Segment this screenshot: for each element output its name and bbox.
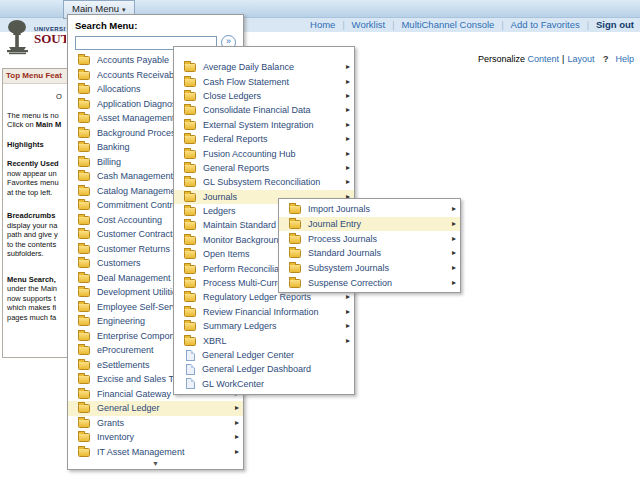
sign-out-link[interactable]: Sign out bbox=[596, 19, 634, 30]
menu-item-label: Banking bbox=[97, 142, 130, 152]
folder-icon bbox=[184, 279, 196, 288]
menu-item-summary-ledgers[interactable]: Summary Ledgers▸ bbox=[174, 319, 354, 333]
menu-item-label: Federal Reports bbox=[203, 134, 268, 144]
nav-separator: | bbox=[392, 20, 394, 30]
menu-item-label: Open Items bbox=[203, 249, 250, 259]
folder-icon bbox=[184, 207, 196, 216]
menu-item-process-journals[interactable]: Process Journals▸ bbox=[279, 231, 460, 246]
nav-separator: | bbox=[501, 20, 503, 30]
menu-item-close-ledgers[interactable]: Close Ledgers▸ bbox=[174, 89, 354, 103]
menu-item-label: Journal Entry bbox=[308, 219, 361, 229]
menu-item-label: Customer Returns bbox=[97, 244, 170, 254]
menu-item-label: Regulatory Ledger Reports bbox=[203, 292, 311, 302]
folder-icon bbox=[184, 92, 196, 101]
personalize-layout-link[interactable]: Layout bbox=[567, 54, 594, 64]
folder-icon bbox=[184, 250, 196, 259]
menu-item-subsystem-journals[interactable]: Subsystem Journals▸ bbox=[279, 261, 460, 276]
menu-item-standard-journals[interactable]: Standard Journals▸ bbox=[279, 246, 460, 261]
submenu-arrow-icon: ▸ bbox=[346, 106, 350, 115]
palmetto-tree-icon bbox=[4, 19, 31, 55]
folder-icon bbox=[78, 390, 90, 399]
menu-item-label: Suspense Correction bbox=[308, 278, 392, 288]
nav-multichannel-link[interactable]: MultiChannel Console bbox=[401, 19, 494, 30]
menu-item-general-reports[interactable]: General Reports▸ bbox=[174, 161, 354, 175]
submenu-arrow-icon: ▸ bbox=[346, 307, 350, 316]
submenu-arrow-icon: ▸ bbox=[235, 418, 239, 427]
submenu-arrow-icon: ▸ bbox=[346, 336, 350, 345]
submenu-arrow-icon: ▸ bbox=[346, 322, 350, 331]
folder-icon bbox=[184, 164, 196, 173]
folder-icon bbox=[184, 150, 196, 159]
folder-icon bbox=[78, 114, 90, 123]
menu-item-gl-workcenter[interactable]: GL WorkCenter bbox=[174, 377, 354, 391]
menu-item-general-ledger-dashboard[interactable]: General Ledger Dashboard bbox=[174, 362, 354, 376]
journals-submenu: Import Journals▸Journal Entry▸Process Jo… bbox=[278, 198, 461, 293]
nav-home-link[interactable]: Home bbox=[310, 19, 335, 30]
menu-item-federal-reports[interactable]: Federal Reports▸ bbox=[174, 132, 354, 146]
menu-item-gl-subsystem-reconciliation[interactable]: GL Subsystem Reconciliation▸ bbox=[174, 175, 354, 189]
menu-item-label: eSettlements bbox=[97, 360, 150, 370]
menu-item-external-system-integration[interactable]: External System Integration▸ bbox=[174, 118, 354, 132]
submenu-arrow-icon: ▸ bbox=[452, 234, 456, 243]
folder-icon bbox=[78, 274, 90, 283]
menu-item-label: Inventory bbox=[97, 432, 134, 442]
folder-icon bbox=[78, 100, 90, 109]
personalize-content-link[interactable]: Content bbox=[528, 54, 560, 64]
menu-item-label: IT Asset Management bbox=[97, 447, 184, 457]
folder-icon bbox=[184, 236, 196, 245]
menu-item-import-journals[interactable]: Import Journals▸ bbox=[279, 202, 460, 217]
folder-icon bbox=[78, 404, 90, 413]
folder-icon bbox=[78, 187, 90, 196]
menu-item-general-ledger[interactable]: General Ledger▸ bbox=[68, 401, 243, 416]
menu-item-xbrl[interactable]: XBRL▸ bbox=[174, 333, 354, 347]
menu-item-grants[interactable]: Grants▸ bbox=[68, 416, 243, 431]
submenu-arrow-icon: ▸ bbox=[346, 149, 350, 158]
menu-item-general-ledger-center[interactable]: General Ledger Center bbox=[174, 348, 354, 362]
menu-item-label: External System Integration bbox=[203, 120, 314, 130]
folder-icon bbox=[78, 56, 90, 65]
menu-item-fusion-accounting-hub[interactable]: Fusion Accounting Hub▸ bbox=[174, 146, 354, 160]
menu-item-cash-flow-statement[interactable]: Cash Flow Statement▸ bbox=[174, 74, 354, 88]
menu-item-label: General Ledger Center bbox=[202, 350, 294, 360]
nav-worklist-link[interactable]: Worklist bbox=[352, 19, 386, 30]
personalize-bar: Personalize Content|Layout bbox=[478, 54, 594, 64]
main-menu-label: Main Menu bbox=[72, 3, 119, 14]
menu-item-label: Development Utilities bbox=[97, 287, 182, 297]
menu-item-consolidate-financial-data[interactable]: Consolidate Financial Data▸ bbox=[174, 103, 354, 117]
folder-icon bbox=[78, 419, 90, 428]
help-icon[interactable]: ? bbox=[603, 54, 609, 64]
menu-item-inventory[interactable]: Inventory▸ bbox=[68, 430, 243, 445]
folder-icon bbox=[289, 235, 301, 244]
nav-add-to-favorites-link[interactable]: Add to Favorites bbox=[511, 19, 580, 30]
menu-item-average-daily-balance[interactable]: Average Daily Balance▸ bbox=[174, 60, 354, 74]
folder-icon bbox=[78, 303, 90, 312]
submenu-arrow-icon: ▸ bbox=[346, 134, 350, 143]
folder-icon bbox=[78, 332, 90, 341]
nav-separator: | bbox=[587, 20, 589, 30]
folder-icon bbox=[78, 201, 90, 210]
menu-item-label: Subsystem Journals bbox=[308, 263, 389, 273]
menu-item-it-asset-management[interactable]: IT Asset Management▸ bbox=[68, 445, 243, 460]
submenu-arrow-icon: ▸ bbox=[452, 249, 456, 258]
menu-item-review-financial-information[interactable]: Review Financial Information▸ bbox=[174, 305, 354, 319]
menu-item-label: Customer Contracts bbox=[97, 229, 177, 239]
menu-item-label: Allocations bbox=[97, 84, 141, 94]
folder-icon bbox=[78, 216, 90, 225]
menu-item-suspense-correction[interactable]: Suspense Correction▸ bbox=[279, 275, 460, 290]
folder-icon bbox=[184, 78, 196, 87]
menu-item-label: GL Subsystem Reconciliation bbox=[203, 177, 320, 187]
folder-icon bbox=[78, 129, 90, 138]
menu-item-label: Cash Management bbox=[97, 171, 173, 181]
folder-icon bbox=[184, 106, 196, 115]
page-icon bbox=[186, 364, 195, 375]
menu-item-journal-entry[interactable]: Journal Entry▸ bbox=[279, 217, 460, 232]
submenu-arrow-icon: ▸ bbox=[452, 205, 456, 214]
folder-icon bbox=[184, 293, 196, 302]
folder-icon bbox=[78, 433, 90, 442]
folder-icon bbox=[184, 265, 196, 274]
scroll-down-icon[interactable]: ▼ bbox=[68, 459, 243, 469]
menu-item-label: Process Journals bbox=[308, 234, 377, 244]
folder-icon bbox=[78, 288, 90, 297]
menu-item-label: General Reports bbox=[203, 163, 269, 173]
help-link[interactable]: Help bbox=[615, 54, 634, 64]
